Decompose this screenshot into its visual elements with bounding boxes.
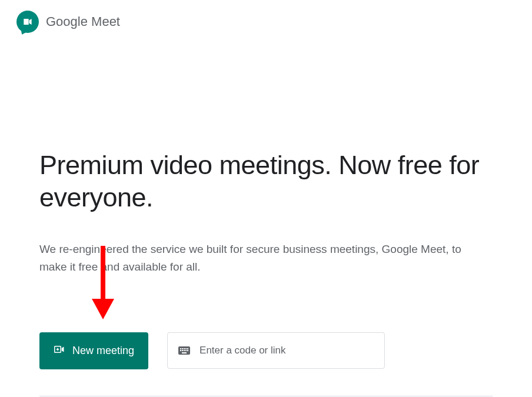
actions-row: New meeting (39, 332, 493, 369)
keyboard-icon (177, 343, 191, 358)
main-content: Premium video meetings. Now free for eve… (0, 149, 532, 396)
code-input[interactable] (200, 345, 375, 356)
new-meeting-label: New meeting (72, 345, 134, 357)
meet-logo-icon (16, 11, 39, 33)
video-plus-icon (54, 344, 65, 358)
logo-text: Google Meet (46, 14, 120, 29)
divider (39, 396, 493, 396)
page-heading: Premium video meetings. Now free for eve… (39, 149, 493, 214)
logo-meet-text: Meet (88, 14, 120, 29)
new-meeting-button[interactable]: New meeting (39, 332, 148, 369)
logo-google-text: Google (46, 14, 88, 29)
code-input-wrapper[interactable] (167, 332, 385, 369)
page-subheading: We re-engineered the service we built fo… (39, 241, 463, 276)
header: Google Meet (0, 0, 532, 44)
